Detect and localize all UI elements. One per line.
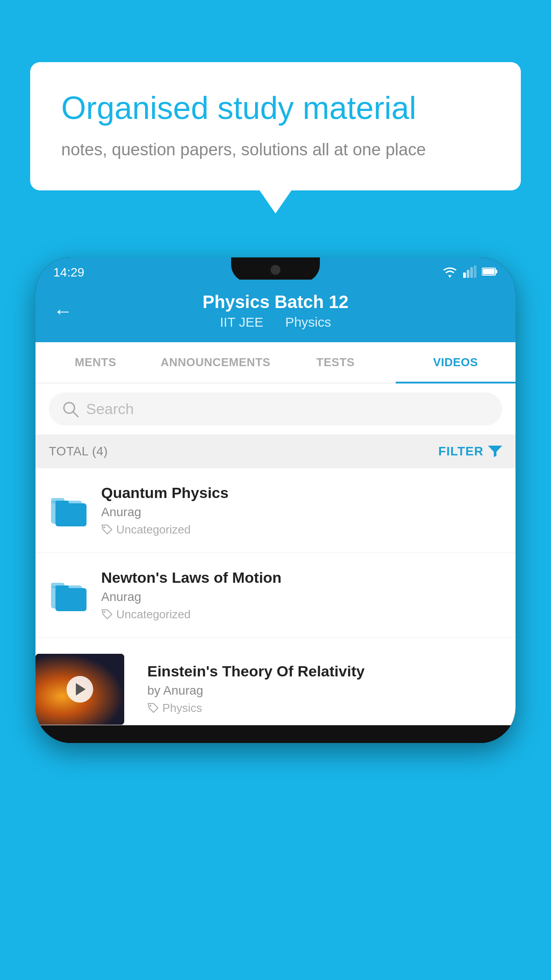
- tab-videos[interactable]: VIDEOS: [396, 342, 516, 383]
- svg-rect-2: [470, 267, 473, 278]
- item-title: Newton's Laws of Motion: [101, 569, 502, 586]
- item-author: Anurag: [101, 505, 502, 519]
- item-content: Newton's Laws of Motion Anurag Uncategor…: [101, 569, 502, 621]
- filter-bar: TOTAL (4) FILTER: [35, 435, 516, 468]
- content-list: Quantum Physics Anurag Uncategorized: [35, 468, 516, 725]
- folder-icon-container: [49, 575, 89, 615]
- wifi-icon: [442, 265, 458, 278]
- folder-icon-container: [49, 490, 89, 530]
- svg-rect-3: [474, 265, 476, 278]
- item-title: Einstein's Theory Of Relativity: [147, 663, 505, 680]
- notch: [231, 257, 320, 282]
- svg-line-8: [73, 412, 78, 417]
- svg-rect-16: [55, 588, 87, 611]
- search-icon: [62, 401, 79, 418]
- speech-bubble-subtitle: notes, question papers, solutions all at…: [61, 140, 490, 159]
- header-title-section: Physics Batch 12 IIT JEE Physics: [202, 292, 348, 330]
- video-thumbnail: [35, 654, 124, 725]
- signal-icon: [463, 265, 476, 278]
- speech-bubble: Organised study material notes, question…: [30, 62, 521, 190]
- tag-icon: [147, 703, 159, 714]
- svg-rect-17: [55, 585, 69, 591]
- phone-bottom: [35, 725, 516, 743]
- tag-icon: [101, 524, 113, 536]
- subtitle-iit: IIT JEE: [220, 315, 264, 329]
- svg-point-18: [103, 611, 105, 613]
- phone-mockup: 14:29: [35, 257, 516, 743]
- subtitle-physics: Physics: [285, 315, 331, 329]
- item-tag: Physics: [147, 701, 505, 715]
- list-item[interactable]: Einstein's Theory Of Relativity by Anura…: [35, 638, 516, 725]
- item-author: Anurag: [101, 590, 502, 604]
- filter-icon: [488, 445, 502, 458]
- batch-title: Physics Batch 12: [202, 292, 348, 312]
- svg-rect-6: [483, 269, 495, 274]
- tab-tests[interactable]: TESTS: [276, 342, 396, 383]
- filter-label: FILTER: [438, 444, 484, 458]
- filter-button[interactable]: FILTER: [438, 444, 502, 458]
- item-content: Quantum Physics Anurag Uncategorized: [101, 484, 502, 537]
- tabs-bar: MENTS ANNOUNCEMENTS TESTS VIDEOS: [35, 342, 516, 383]
- svg-rect-11: [55, 503, 87, 526]
- tab-announcements[interactable]: ANNOUNCEMENTS: [156, 342, 276, 383]
- search-placeholder: Search: [86, 400, 134, 418]
- speech-bubble-card: Organised study material notes, question…: [30, 62, 521, 190]
- status-bar: 14:29: [35, 257, 516, 280]
- total-count: TOTAL (4): [49, 444, 108, 458]
- folder-icon: [51, 579, 87, 611]
- list-item[interactable]: Quantum Physics Anurag Uncategorized: [35, 468, 516, 553]
- camera-dot: [271, 265, 280, 275]
- search-bar[interactable]: Search: [49, 392, 502, 426]
- folder-icon: [51, 494, 87, 526]
- item-content: Einstein's Theory Of Relativity by Anura…: [137, 654, 516, 724]
- play-triangle-icon: [76, 683, 86, 695]
- back-button[interactable]: ←: [53, 300, 73, 322]
- list-item[interactable]: Newton's Laws of Motion Anurag Uncategor…: [35, 553, 516, 638]
- item-author: by Anurag: [147, 684, 505, 698]
- status-time: 14:29: [53, 264, 84, 280]
- item-tag: Uncategorized: [101, 608, 502, 621]
- battery-icon: [482, 267, 498, 277]
- search-bar-container: Search: [35, 383, 516, 435]
- svg-point-13: [103, 526, 105, 528]
- speech-bubble-title: Organised study material: [61, 89, 490, 127]
- svg-rect-5: [496, 270, 497, 273]
- item-tag: Uncategorized: [101, 523, 502, 537]
- svg-rect-0: [463, 273, 466, 278]
- tag-icon: [101, 609, 113, 620]
- tab-ments[interactable]: MENTS: [35, 342, 156, 383]
- svg-rect-1: [467, 270, 469, 278]
- svg-point-19: [150, 705, 151, 707]
- item-title: Quantum Physics: [101, 484, 502, 502]
- svg-rect-12: [55, 501, 69, 506]
- batch-subtitle: IIT JEE Physics: [202, 315, 348, 330]
- status-icons: [442, 264, 498, 278]
- play-button[interactable]: [67, 676, 93, 703]
- app-header: ← Physics Batch 12 IIT JEE Physics: [35, 280, 516, 342]
